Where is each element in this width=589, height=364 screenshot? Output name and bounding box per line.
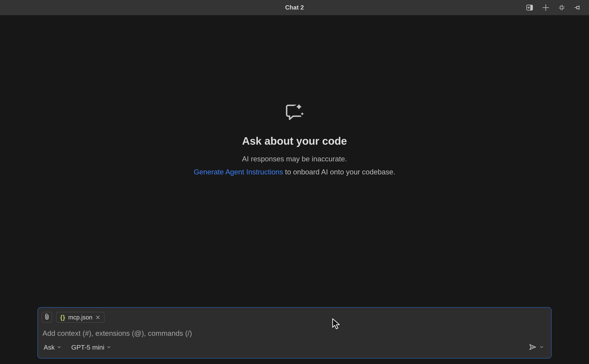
model-selector-dropdown[interactable]: GPT-5 mini [71, 344, 111, 351]
remove-attachment-button[interactable] [95, 315, 100, 320]
send-button[interactable] [529, 343, 537, 352]
pin-window-button[interactable] [574, 4, 582, 12]
chat-sparkle-icon [283, 101, 306, 124]
window-title: Chat 2 [285, 4, 304, 11]
composer-controls: Ask GPT-5 mini [42, 343, 547, 352]
empty-state-heading: Ask about your code [242, 135, 347, 147]
chat-input-placeholder: Add context (#), extensions (@), command… [42, 329, 547, 338]
chat-window: Chat 2 [0, 0, 589, 364]
chat-composer: {} mcp.json Add context (#), extensions … [37, 307, 552, 358]
chat-input[interactable]: Add context (#), extensions (@), command… [42, 329, 547, 338]
titlebar-actions [526, 0, 582, 15]
plus-icon [542, 4, 550, 12]
generate-agent-instructions-link[interactable]: Generate Agent Instructions [194, 168, 283, 176]
model-selector-label: GPT-5 mini [71, 344, 104, 351]
chevron-down-icon [106, 345, 111, 350]
new-chat-button[interactable] [542, 4, 550, 12]
send-plane-icon [529, 343, 537, 352]
attach-context-button[interactable] [42, 312, 52, 323]
mode-selector-dropdown[interactable]: Ask [44, 344, 61, 351]
titlebar: Chat 2 [0, 0, 589, 15]
chevron-down-icon [57, 345, 61, 350]
empty-state: Ask about your code AI responses may be … [0, 101, 589, 176]
selectors-group: Ask GPT-5 mini [44, 344, 111, 351]
attachments-row: {} mcp.json [42, 312, 547, 323]
open-chat-in-editor-button[interactable] [526, 4, 533, 11]
pin-icon [574, 4, 582, 12]
cta-line: Generate Agent Instructions to onboard A… [194, 168, 395, 176]
send-options-button[interactable] [539, 344, 544, 350]
paperclip-icon [44, 313, 50, 321]
panel-arrow-right-icon [526, 4, 533, 11]
json-file-icon: {} [60, 314, 65, 320]
collapse-window-button[interactable] [558, 4, 565, 11]
send-group [529, 343, 544, 352]
mouse-cursor [332, 318, 340, 331]
mode-selector-label: Ask [44, 344, 55, 351]
attachment-chip-mcp-json[interactable]: {} mcp.json [56, 312, 105, 323]
ai-disclaimer-text: AI responses may be inaccurate. [242, 155, 347, 163]
cta-suffix-text: to onboard AI onto your codebase. [283, 168, 395, 176]
collapse-inward-icon [558, 4, 565, 11]
chevron-down-icon [539, 344, 544, 350]
attachment-label: mcp.json [68, 314, 92, 320]
